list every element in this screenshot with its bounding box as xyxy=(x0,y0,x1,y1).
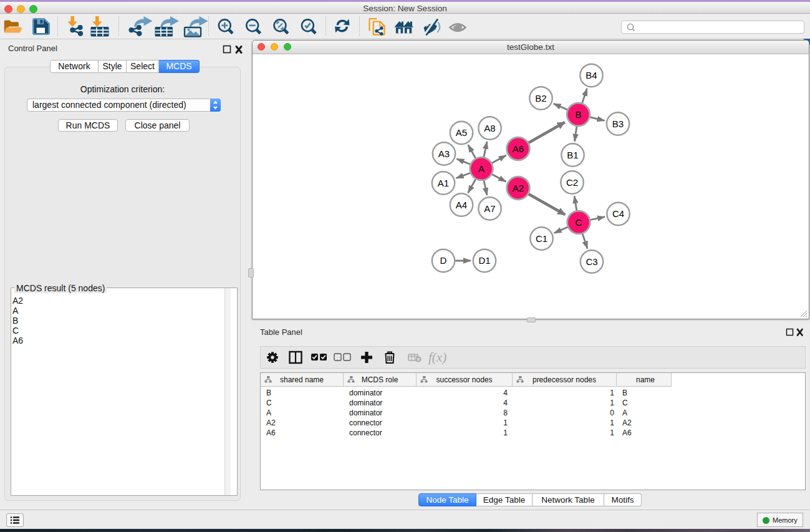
svg-text:A1: A1 xyxy=(438,178,449,188)
svg-text:A6: A6 xyxy=(513,143,524,154)
svg-text:C2: C2 xyxy=(566,177,578,188)
svg-text:A4: A4 xyxy=(456,200,467,210)
svg-text:f(x): f(x) xyxy=(428,350,446,365)
svg-text:B3: B3 xyxy=(612,118,624,129)
svg-text:C1: C1 xyxy=(536,233,547,244)
svg-text:A7: A7 xyxy=(484,203,495,214)
svg-text:A3: A3 xyxy=(438,148,450,159)
svg-text:D1: D1 xyxy=(478,255,490,266)
svg-text:C4: C4 xyxy=(612,208,624,219)
svg-text:B4: B4 xyxy=(586,70,597,80)
svg-text:A5: A5 xyxy=(456,127,467,138)
svg-text:A8: A8 xyxy=(484,123,495,133)
svg-text:B1: B1 xyxy=(567,150,578,160)
svg-text:B2: B2 xyxy=(535,93,546,104)
svg-text:B: B xyxy=(575,109,581,120)
svg-text:D: D xyxy=(440,255,447,266)
svg-text:C: C xyxy=(576,217,582,228)
svg-text:A: A xyxy=(478,163,485,174)
svg-text:C3: C3 xyxy=(586,256,597,267)
svg-text:A2: A2 xyxy=(513,183,524,193)
